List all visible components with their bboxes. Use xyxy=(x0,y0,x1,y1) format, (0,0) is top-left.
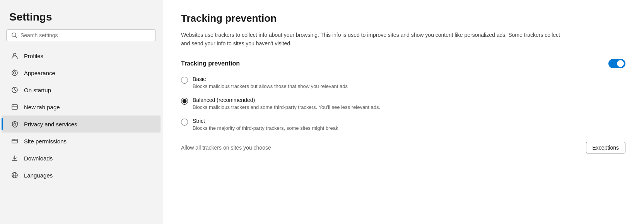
appearance-icon xyxy=(11,69,19,77)
page-title: Tracking prevention xyxy=(181,12,625,24)
radio-strict-title: Strict xyxy=(193,118,338,124)
radio-option-balanced: Balanced (recommended) Blocks malicious … xyxy=(181,97,625,110)
sidebar-item-downloads[interactable]: Downloads xyxy=(2,150,161,167)
site-permissions-icon xyxy=(11,137,19,145)
toggle-slider xyxy=(608,59,625,68)
svg-rect-10 xyxy=(14,124,16,125)
svg-point-3 xyxy=(12,70,17,76)
sidebar-title: Settings xyxy=(0,8,162,29)
sidebar-item-new-tab-page[interactable]: New tab page xyxy=(2,98,161,115)
person-icon xyxy=(11,52,19,60)
exceptions-button[interactable]: Exceptions xyxy=(586,142,625,153)
newtab-icon xyxy=(11,103,19,111)
search-icon xyxy=(11,32,17,38)
radio-strict[interactable] xyxy=(181,119,188,126)
radio-balanced[interactable] xyxy=(181,98,188,105)
sidebar-item-profiles[interactable]: Profiles xyxy=(2,47,161,64)
sidebar-nav: Profiles Appearance On startup xyxy=(0,47,162,184)
sidebar-item-languages[interactable]: Languages xyxy=(2,167,161,184)
radio-strict-desc: Blocks the majority of third-party track… xyxy=(193,125,338,131)
radio-balanced-desc: Blocks malicious trackers and some third… xyxy=(193,104,380,110)
section-header: Tracking prevention xyxy=(181,59,625,68)
sidebar-item-label: On startup xyxy=(24,87,51,93)
sidebar-item-site-permissions[interactable]: Site permissions xyxy=(2,133,161,150)
privacy-icon xyxy=(11,120,19,128)
radio-basic[interactable] xyxy=(181,77,188,84)
allow-trackers-row: Allow all trackers on sites you choose E… xyxy=(181,142,625,153)
sidebar-item-label: Privacy and services xyxy=(24,121,77,128)
sidebar-item-label: New tab page xyxy=(24,104,60,110)
tracking-prevention-toggle[interactable] xyxy=(608,59,625,68)
svg-point-4 xyxy=(14,72,16,74)
search-input[interactable] xyxy=(20,32,151,38)
sidebar-item-privacy-and-services[interactable]: Privacy and services xyxy=(2,115,161,133)
downloads-icon xyxy=(11,154,19,162)
sidebar-item-appearance[interactable]: Appearance xyxy=(2,64,161,81)
svg-point-14 xyxy=(14,140,15,140)
main-content: Tracking prevention Websites use tracker… xyxy=(162,0,644,224)
allow-trackers-text: Allow all trackers on sites you choose xyxy=(181,145,271,151)
radio-option-strict: Strict Blocks the majority of third-part… xyxy=(181,118,625,131)
svg-point-13 xyxy=(13,140,14,140)
sidebar-item-label: Languages xyxy=(24,172,53,179)
radio-balanced-title: Balanced (recommended) xyxy=(193,97,380,103)
radio-basic-title: Basic xyxy=(193,76,348,82)
radio-option-basic: Basic Blocks malicious trackers but allo… xyxy=(181,76,625,89)
languages-icon xyxy=(11,171,19,179)
search-box[interactable] xyxy=(6,29,156,41)
sidebar: Settings Profiles xyxy=(0,0,162,224)
tracking-level-radio-group: Basic Blocks malicious trackers but allo… xyxy=(181,76,625,131)
sidebar-item-label: Appearance xyxy=(24,70,55,76)
radio-basic-desc: Blocks malicious trackers but allows tho… xyxy=(193,83,348,89)
startup-icon xyxy=(11,86,19,94)
sidebar-item-label: Downloads xyxy=(24,155,53,162)
svg-line-1 xyxy=(15,36,17,38)
sidebar-item-label: Profiles xyxy=(24,53,43,59)
section-title-text: Tracking prevention xyxy=(181,60,240,67)
radio-balanced-label[interactable]: Balanced (recommended) Blocks malicious … xyxy=(193,97,380,110)
sidebar-item-label: Site permissions xyxy=(24,138,67,145)
radio-basic-label[interactable]: Basic Blocks malicious trackers but allo… xyxy=(193,76,348,89)
radio-strict-label[interactable]: Strict Blocks the majority of third-part… xyxy=(193,118,338,131)
svg-rect-7 xyxy=(12,105,17,109)
sidebar-item-on-startup[interactable]: On startup xyxy=(2,81,161,98)
page-description: Websites use trackers to collect info ab… xyxy=(181,31,568,48)
